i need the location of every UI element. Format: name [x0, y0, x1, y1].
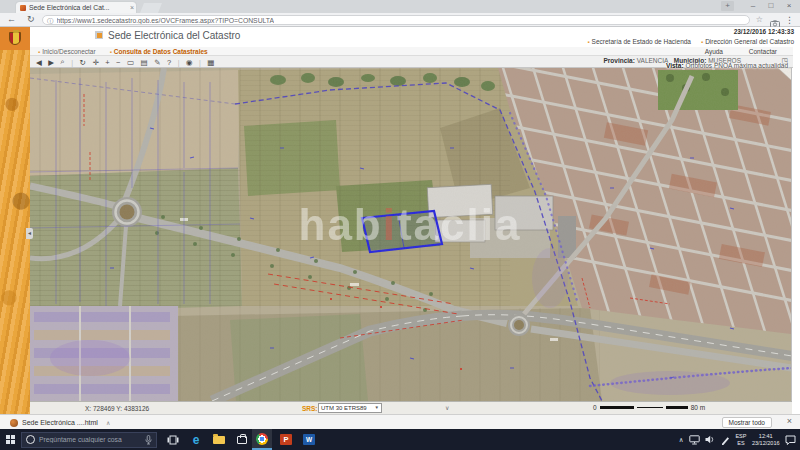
pan-icon[interactable]: ✛ — [92, 58, 98, 67]
language-indicator[interactable]: ESP ES — [735, 433, 746, 446]
browser-url-bar: ← ↻ ⓘ https://www1.sedecatastro.gob.es/O… — [0, 13, 800, 27]
network-icon[interactable] — [689, 435, 700, 445]
edge-browser-button[interactable]: e — [186, 429, 206, 450]
volume-icon[interactable] — [705, 435, 715, 444]
chrome-button[interactable] — [252, 429, 272, 450]
action-center-icon[interactable] — [785, 435, 796, 445]
bullet-icon: ▪ — [587, 39, 589, 45]
site-title: Sede Electrónica del Catastro — [108, 30, 240, 41]
scale-max-label: 80 m — [691, 404, 705, 411]
system-tray: ∧ ESP ES 12:41 23/12/2016 — [679, 429, 796, 450]
edit-icon[interactable]: ✎ — [154, 58, 160, 67]
refresh-icon[interactable]: ↻ — [80, 58, 86, 67]
back-icon[interactable]: ◀ — [36, 58, 42, 67]
toolbar-separator: | — [178, 59, 180, 66]
scale-zero-label: 0 — [593, 404, 597, 411]
download-bar-close-icon[interactable]: × — [787, 416, 792, 426]
page-info-icon[interactable]: ⓘ — [47, 16, 54, 25]
vista-info: Vista: Ortofotos PNOA máxima actualidad — [666, 62, 788, 69]
coat-of-arms-box — [0, 27, 30, 50]
browser-menu-icon[interactable]: ⋮ — [785, 13, 794, 27]
zoom-window-icon[interactable]: ⌕ — [61, 57, 65, 67]
show-all-downloads-button[interactable]: Mostrar todo — [722, 417, 773, 428]
download-bar: Sede Electrónica ....html ∧ Mostrar todo… — [0, 414, 800, 429]
browser-refresh-icon[interactable]: ↻ — [27, 13, 35, 26]
scale-bar: 0 80 m — [593, 404, 705, 411]
site-header: Sede Electrónica del Catastro 23/12/2016… — [0, 27, 800, 47]
file-explorer-button[interactable] — [209, 429, 229, 450]
print-icon[interactable]: ▤ — [141, 58, 148, 67]
window-minimize-button[interactable]: – — [746, 0, 760, 12]
catastro-logo-icon — [95, 31, 103, 39]
tray-expand-icon[interactable]: ∧ — [679, 436, 684, 444]
zoom-out-icon[interactable]: − — [116, 58, 120, 67]
task-view-button[interactable] — [163, 429, 183, 450]
srs-value: UTM 30 ETRS89 — [321, 404, 367, 412]
sidebar-collapse-button[interactable]: ◄ — [26, 228, 33, 239]
map-canvas[interactable]: habitaclia — [30, 68, 792, 401]
link-secretaria[interactable]: ▪Secretaría de Estado de Hacienda — [587, 38, 691, 45]
catastro-sidebar-strip — [0, 27, 30, 414]
grain-overlay — [30, 68, 792, 401]
help-icon[interactable]: ? — [167, 58, 171, 67]
menu-contactar[interactable]: Contactar — [749, 47, 777, 56]
dropdown-arrow-icon: ▼ — [375, 404, 379, 412]
link-secretaria-label: Secretaría de Estado de Hacienda — [592, 38, 691, 45]
downloaded-file-name: Sede Electrónica ....html — [22, 419, 98, 426]
search-placeholder: Pregúntame cualquier cosa — [39, 436, 141, 443]
toolbar-separator: | — [71, 59, 73, 66]
url-text: https://www1.sedecatastro.gob.es/OVCFram… — [57, 17, 275, 24]
coordinates-readout: X: 728469 Y: 4383126 — [85, 405, 149, 412]
srs-select[interactable]: UTM 30 ETRS89 ▼ — [318, 403, 382, 413]
microphone-icon[interactable] — [145, 435, 152, 445]
url-input[interactable]: ⓘ https://www1.sedecatastro.gob.es/OVCFr… — [42, 15, 750, 25]
bookmark-star-icon[interactable]: ☆ — [756, 13, 763, 27]
menu-inicio-label: Inicio/Desconectar — [42, 48, 95, 55]
tab-close-icon[interactable]: × — [130, 2, 134, 13]
menu-ayuda[interactable]: Ayuda — [705, 47, 723, 56]
bullet-icon: ▪ — [110, 49, 112, 55]
street-info-icon[interactable]: ◉ — [186, 58, 193, 67]
tray-date: 23/12/2016 — [752, 440, 780, 447]
clock[interactable]: 12:41 23/12/2016 — [752, 433, 780, 446]
cortana-search-box[interactable]: Pregúntame cualquier cosa — [21, 432, 157, 448]
bullet-icon: ▪ — [701, 39, 703, 45]
browser-tab[interactable]: Sede Electrónica del Cat... × — [16, 2, 136, 13]
link-direccion-general[interactable]: ▪Dirección General del Catastro — [701, 38, 794, 45]
new-tab-area[interactable] — [140, 3, 162, 13]
provincia-label: Provincia: — [603, 57, 634, 64]
provincia-value: VALENCIA — [637, 57, 669, 64]
cortana-icon — [26, 435, 35, 444]
scale-segment — [637, 407, 663, 409]
windows-store-button[interactable] — [232, 429, 252, 450]
forward-icon[interactable]: ▶ — [48, 58, 54, 67]
download-options-icon[interactable]: ∧ — [106, 419, 110, 426]
window-close-button[interactable]: × — [782, 0, 796, 12]
html-file-icon — [10, 419, 18, 427]
browser-back-icon[interactable]: ← — [7, 13, 16, 26]
window-maximize-button[interactable]: □ — [764, 0, 778, 12]
srs-label: SRS: — [302, 405, 318, 412]
map-status-bar: X: 728469 Y: 4383126 SRS: UTM 30 ETRS89 … — [30, 401, 792, 414]
powerpoint-button[interactable]: P — [276, 429, 296, 450]
bullet-icon: ▪ — [38, 49, 40, 55]
start-button[interactable] — [6, 435, 15, 444]
word-button[interactable]: W — [299, 429, 319, 450]
browser-plus-button[interactable]: + — [721, 1, 734, 11]
site-menubar: ▪Inicio/Desconectar ▪Consulta de Datos C… — [30, 47, 793, 56]
zoom-in-icon[interactable]: + — [105, 58, 109, 67]
statusbar-collapse-icon[interactable]: ∨ — [445, 404, 449, 411]
vista-label: Vista: — [666, 62, 684, 69]
tab-title: Sede Electrónica del Cat... — [29, 2, 121, 13]
windows-taskbar: Pregúntame cualquier cosa e P W ∧ — [0, 429, 800, 450]
header-datetime: 23/12/2016 12:43:33 — [734, 28, 794, 35]
tab-favicon-icon — [20, 5, 26, 11]
browser-tab-bar: Sede Electrónica del Cat... × + – □ × — [0, 0, 800, 13]
downloaded-file-item[interactable]: Sede Electrónica ....html ∧ — [10, 417, 110, 428]
pen-icon[interactable] — [721, 435, 730, 445]
layers-icon[interactable]: ▦ — [207, 58, 214, 67]
scale-segment — [666, 406, 688, 409]
full-extent-icon[interactable]: ▭ — [127, 58, 134, 67]
language-bottom: ES — [735, 440, 746, 447]
spain-coat-of-arms-icon — [9, 32, 21, 45]
